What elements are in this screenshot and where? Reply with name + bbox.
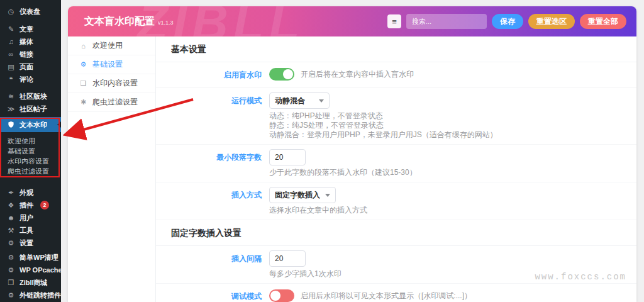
enable-watermark-toggle[interactable]: [269, 68, 294, 81]
header-actions: ≡ 保存 重置选区 重置全部: [387, 14, 626, 29]
submenu-item-welcome[interactable]: 欢迎使用: [0, 136, 61, 146]
link-icon: ∞: [7, 50, 15, 58]
selected-option: 动静混合: [275, 96, 305, 106]
sidebar-item-label: 文本水印: [19, 120, 47, 130]
tab-crawler-filter[interactable]: ✱ 爬虫过滤设置: [68, 93, 155, 112]
toggle-knob: [283, 69, 293, 79]
setting-desc: 动静混合：登录用户用PHP，未登录用户用JS（适合有缓存的网站）: [269, 130, 497, 140]
submenu-item-crawler-filter[interactable]: 爬虫过滤设置: [0, 166, 61, 176]
settings-content: 基本设置 启用盲水印 开启后将在文章内容中插入盲水印 运行模式 动静混合: [156, 36, 636, 302]
setting-row-debug-mode: 调试模式 启用后水印将以可见文本形式显示（[水印调试:...]） 用于测试水印效…: [156, 284, 636, 302]
gear-icon: ⚙: [79, 60, 87, 69]
reset-all-button[interactable]: 重置全部: [580, 14, 626, 29]
sidebar-item-label: 仪表盘: [19, 7, 40, 16]
setting-desc: 少于此字数的段落不插入水印（建议15-30）: [269, 168, 417, 177]
sidebar-item-pages[interactable]: ▤ 页面: [0, 60, 61, 73]
sidebar-item-label: 设置: [19, 238, 33, 248]
selected-option: 固定字数插入: [275, 190, 320, 201]
tools-icon: ⚒: [7, 226, 15, 235]
plugin-settings-card: ZIBLL 文本盲水印配置 v1.1.3 ≡ 保存 重置选区 重置全部 ⌂ 欢迎…: [68, 6, 636, 302]
sidebar-item-tools[interactable]: ⚒ 工具: [0, 224, 61, 237]
posts-icon: ✎: [7, 25, 15, 33]
sidebar-item-label: 用户: [19, 213, 33, 223]
save-button[interactable]: 保存: [492, 14, 523, 29]
page-title: 文本盲水印配置: [84, 15, 155, 28]
setting-label: 插入间隔: [156, 250, 262, 279]
debug-mode-toggle[interactable]: [269, 289, 294, 302]
run-mode-select[interactable]: 动静混合: [269, 92, 330, 109]
sidebar-item-label: 文章: [19, 25, 33, 34]
sidebar-item-appearance[interactable]: ✒ 外观: [0, 186, 61, 199]
min-words-input[interactable]: [269, 149, 306, 165]
sidebar-item-label: 社区帖子: [19, 104, 47, 114]
sidebar-item-plugins[interactable]: ❖ 插件 2: [0, 199, 61, 211]
sidebar-item-external-link-plugin[interactable]: ⚙ 外链跳转插件: [0, 289, 61, 301]
sidebar-item-forum-posts[interactable]: ≫ 社区帖子: [0, 103, 61, 115]
gear-icon: ⚙: [7, 266, 15, 274]
setting-row-enable-watermark: 启用盲水印 开启后将在文章内容中插入盲水印: [156, 62, 636, 88]
chevron-down-icon: [325, 194, 330, 197]
sidebar-item-settings[interactable]: ⚙ 设置: [0, 237, 61, 249]
sidebar-item-dashboard[interactable]: ◷ 仪表盘: [0, 5, 61, 18]
sidebar-item-forum-sections[interactable]: ≋ 社区版块: [0, 90, 61, 103]
submenu-item-watermark-content[interactable]: 水印内容设置: [0, 156, 61, 166]
tab-watermark-content[interactable]: ❏ 水印内容设置: [68, 74, 155, 93]
gear-icon: ⚙: [7, 254, 15, 262]
sidebar-item-label: 链接: [19, 50, 33, 59]
sidebar-item-wp-opcache[interactable]: ⚙ WP OPcache: [0, 264, 61, 276]
setting-desc: 选择水印在文章中的插入方式: [269, 206, 367, 215]
toggle-knob: [270, 291, 280, 301]
sidebar-item-label: 简单WP清理: [19, 253, 58, 262]
setting-label: 调试模式: [156, 288, 262, 302]
chevron-down-icon: [319, 99, 324, 103]
tab-basic-settings[interactable]: ⚙ 基础设置: [68, 55, 155, 74]
setting-label: 运行模式: [156, 92, 262, 140]
insert-method-select[interactable]: 固定字数插入: [269, 187, 336, 203]
bug-icon: ✱: [79, 98, 87, 106]
setting-label: 插入方式: [156, 187, 262, 215]
search-input[interactable]: [406, 14, 487, 29]
sidebar-item-wp-cleanup[interactable]: ⚙ 简单WP清理: [0, 251, 61, 264]
sidebar-item-label: 页面: [19, 62, 33, 72]
setting-desc: 动态：纯PHP处理，不管登录状态: [269, 111, 497, 121]
media-icon: ♫: [7, 38, 15, 45]
appearance-icon: ✒: [7, 189, 15, 197]
sidebar-item-label: 插件: [19, 201, 33, 210]
sidebar-item-label: Zibll商城: [19, 278, 48, 288]
tab-welcome[interactable]: ⌂ 欢迎使用: [68, 36, 155, 55]
plugin-header: ZIBLL 文本盲水印配置 v1.1.3 ≡ 保存 重置选区 重置全部: [68, 6, 636, 36]
cart-icon: ❒: [7, 279, 15, 287]
sidebar-item-comments[interactable]: ❝ 评论: [0, 73, 61, 86]
section-title-fixed-insert: 固定字数插入设置: [156, 220, 636, 246]
sidebar-item-posts[interactable]: ✎ 文章: [0, 23, 61, 35]
setting-desc: 每多少字插入1次水印: [269, 269, 341, 279]
reset-selection-button[interactable]: 重置选区: [528, 14, 575, 29]
dashboard-icon: ◷: [7, 8, 15, 16]
sidebar-item-label: 社区版块: [19, 92, 47, 101]
sidebar-item-zibll-shop[interactable]: ❒ Zibll商城: [0, 276, 61, 289]
forum-posts-icon: ≫: [7, 105, 15, 113]
setting-desc: 开启后将在文章内容中插入盲水印: [301, 70, 414, 79]
plugins-update-badge: 2: [40, 201, 49, 210]
setting-label: 最小段落字数: [156, 149, 262, 177]
anchor-list-icon[interactable]: ≡: [387, 14, 401, 28]
sidebar-item-text-watermark[interactable]: 文本水印: [0, 117, 61, 132]
sidebar-item-label: 外链跳转插件: [19, 291, 61, 300]
setting-row-run-mode: 运行模式 动静混合 动态：纯PHP处理，不管登录状态 静态：纯JS处理，不管管登…: [156, 88, 636, 145]
setting-row-min-words: 最小段落字数 少于此字数的段落不插入水印（建议15-30）: [156, 145, 636, 182]
sidebar-item-label: 评论: [19, 75, 33, 84]
title-wrap: 文本盲水印配置 v1.1.3: [84, 15, 174, 28]
setting-row-insert-method: 插入方式 固定字数插入 选择水印在文章中的插入方式: [156, 182, 636, 220]
submenu-arrow-icon: [57, 121, 61, 128]
home-icon: ⌂: [79, 42, 87, 50]
sidebar-item-media[interactable]: ♫ 媒体: [0, 35, 61, 48]
sidebar-item-links[interactable]: ∞ 链接: [0, 48, 61, 60]
tab-label: 水印内容设置: [92, 78, 138, 89]
sidebar-item-label: WP OPcache: [19, 266, 62, 274]
submenu-item-basic-settings[interactable]: 基础设置: [0, 146, 61, 156]
tab-label: 爬虫过滤设置: [92, 97, 138, 108]
insert-interval-input[interactable]: [269, 250, 306, 267]
settings-tabs: ⌂ 欢迎使用 ⚙ 基础设置 ❏ 水印内容设置 ✱ 爬虫过滤设置: [68, 36, 156, 302]
wp-admin-sidebar: ◷ 仪表盘 ✎ 文章 ♫ 媒体 ∞ 链接 ▤ 页面 ❝ 评论 ≋ 社区版块 ≫ …: [0, 0, 61, 302]
sidebar-item-users[interactable]: ☻ 用户: [0, 211, 61, 224]
